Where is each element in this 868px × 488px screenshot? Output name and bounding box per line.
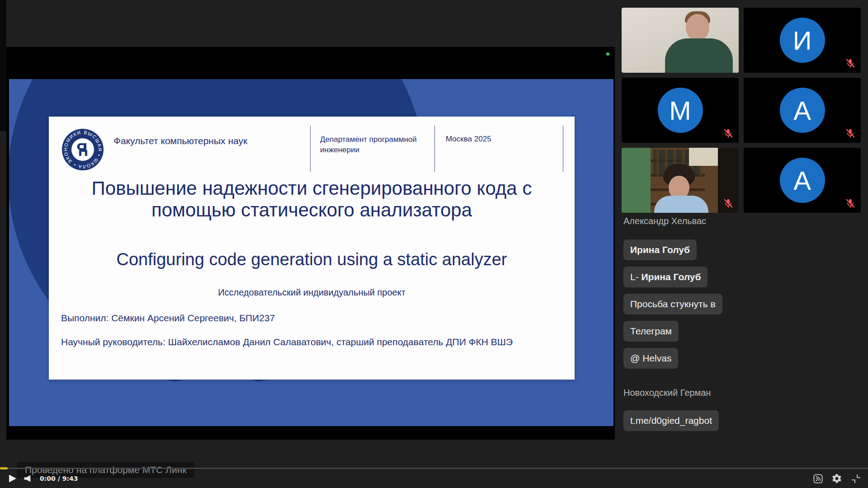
miniplayer-corners-icon: [850, 473, 862, 484]
settings-button[interactable]: [831, 473, 843, 484]
participant-name-label: Александр Хельвас: [623, 216, 706, 226]
video-player-window: ВЫСШАЯ • ШКОЛА • ЭКОНОМИКИ • Факультет к…: [0, 0, 868, 488]
chat-bubble: Просьба стукнуть в: [623, 294, 722, 314]
chat-text: Ирина Голуб: [630, 244, 690, 255]
play-icon: [7, 473, 18, 484]
avatar: И: [780, 18, 825, 63]
hse-logo: ВЫСШАЯ • ШКОЛА • ЭКОНОМИКИ •: [61, 128, 104, 171]
window-edge-strip: [0, 0, 6, 131]
time-display: 0:00 / 9:43: [40, 475, 78, 482]
chat-bubble: Телеграм: [623, 321, 679, 342]
slide-header: ВЫСШАЯ • ШКОЛА • ЭКОНОМИКИ • Факультет к…: [49, 117, 575, 175]
recording-video-area: ВЫСШАЯ • ШКОЛА • ЭКОНОМИКИ • Факультет к…: [6, 47, 615, 440]
chat-text: t.me/d0gied_ragbot: [630, 415, 712, 426]
participant-tile-avatar-3: А: [744, 78, 861, 143]
avatar: А: [780, 158, 825, 203]
slide-title-russian: Повышение надежности сгенерированного ко…: [62, 178, 561, 221]
chat-text-prefix: L-: [630, 272, 642, 282]
record-indicator-dot: [606, 52, 609, 56]
chat-text: Телеграм: [630, 326, 672, 336]
mic-muted-icon: [722, 127, 734, 139]
department-name: Департамент программной инженерии: [320, 135, 417, 155]
mic-muted-icon: [844, 57, 856, 69]
mic-muted-icon: [844, 127, 856, 139]
chat-text: @ Helvas: [630, 353, 671, 363]
volume-button[interactable]: [22, 474, 33, 483]
participant-tile-webcam-speaker: [622, 8, 739, 73]
participant-tile-avatar-2: М: [622, 78, 739, 143]
title-ru-line1: Повышение надежности сгенерированного ко…: [62, 178, 561, 199]
slide-bg-navy-band: [47, 79, 389, 121]
slide-bg-blue-circle: [85, 375, 349, 426]
progress-played-segment: [0, 467, 8, 469]
participant-name-label: Новоходский Герман: [623, 388, 711, 398]
presentation-slide: ВЫСШАЯ • ШКОЛА • ЭКОНОМИКИ • Факультет к…: [49, 117, 575, 380]
chat-text: Ирина Голуб: [642, 272, 701, 282]
title-ru-line2: помощью статического анализатора: [62, 199, 561, 221]
volume-icon: [22, 474, 32, 483]
header-divider: [434, 126, 435, 172]
shared-presentation: ВЫСШАЯ • ШКОЛА • ЭКОНОМИКИ • Факультет к…: [9, 79, 613, 426]
settings-gear-icon: [831, 473, 842, 484]
chat-bubble: @ Helvas: [623, 348, 678, 369]
participant-tile-avatar-1: И: [744, 8, 861, 73]
faculty-name: Факультет компьютерных наук: [113, 136, 258, 146]
author-line: Выполнил: Сёмкин Арсений Сергеевич, БПИ2…: [61, 313, 275, 324]
play-button[interactable]: [6, 473, 18, 484]
header-divider: [310, 126, 311, 172]
city-year: Москва 2025: [446, 135, 491, 144]
slide-subtitle: Исследовательский индивидуальный проект: [62, 287, 561, 298]
stream-icon: [812, 473, 824, 484]
participant-tile-webcam-khelvas: [622, 148, 739, 213]
header-divider: [563, 126, 563, 172]
progress-bar[interactable]: [0, 468, 868, 469]
avatar: А: [780, 88, 825, 133]
stream-button[interactable]: [812, 473, 824, 484]
miniplayer-button[interactable]: [850, 473, 862, 484]
chat-bubble: L- Ирина Голуб: [623, 267, 708, 287]
chat-bubble: Ирина Голуб: [623, 239, 697, 260]
chat-text: Просьба стукнуть в: [630, 299, 716, 309]
avatar: М: [658, 88, 703, 133]
supervisor-line: Научный руководитель: Шайхелисламов Дани…: [61, 337, 513, 347]
mic-muted-icon: [844, 197, 856, 209]
participant-tile-avatar-4: А: [744, 148, 861, 213]
mic-muted-icon: [722, 197, 734, 209]
slide-title-english: Configuring code generation using a stat…: [62, 250, 561, 269]
chat-bubble: t.me/d0gied_ragbot: [623, 410, 719, 431]
